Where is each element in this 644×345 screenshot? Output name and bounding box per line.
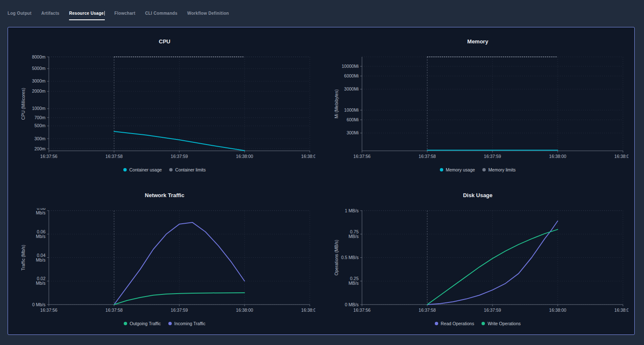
- svg-text:0.02Mb/s: 0.02Mb/s: [36, 276, 45, 286]
- svg-text:16:37:59: 16:37:59: [484, 154, 501, 159]
- y-axis-title: CPU (Millicores): [21, 88, 26, 120]
- svg-text:300Mi: 300Mi: [346, 130, 359, 135]
- svg-text:700m: 700m: [35, 115, 46, 120]
- svg-text:16:37:56: 16:37:56: [354, 154, 371, 159]
- legend-dot: [123, 168, 127, 171]
- svg-text:3000m: 3000m: [32, 78, 45, 83]
- svg-text:16:37:58: 16:37:58: [419, 154, 436, 159]
- y-axis-title: Mi (Mebibytes): [334, 89, 339, 118]
- legend-label: Container limits: [175, 167, 205, 172]
- legend-label: Read Operations: [441, 321, 474, 326]
- svg-text:500m: 500m: [35, 123, 46, 128]
- svg-text:0.06Mb/s: 0.06Mb/s: [36, 229, 45, 238]
- svg-text:16:38:06: 16:38:06: [301, 308, 315, 313]
- disk-usage-chart-panel: Disk Usage 1 MB/s0.75MB/s0.5 MB/s0.25MB/…: [321, 181, 634, 335]
- svg-text:16:37:56: 16:37:56: [354, 308, 371, 313]
- svg-text:16:38:06: 16:38:06: [615, 154, 628, 159]
- legend-label: Memory usage: [446, 167, 475, 172]
- network-traffic-chart-title: Network Traffic: [8, 191, 321, 199]
- disk-usage-chart-canvas[interactable]: 1 MB/s0.75MB/s0.5 MB/s0.25MB/s0 MB/s16:3…: [321, 208, 628, 316]
- disk-usage-chart-title: Disk Usage: [321, 191, 634, 199]
- memory-chart-title: Memory: [321, 37, 634, 45]
- cpu-chart-panel: CPU 8000m5000m3000m2000m1000m700m500m300…: [8, 27, 321, 181]
- svg-text:16:38:00: 16:38:00: [236, 154, 253, 159]
- legend-item-read-operations[interactable]: Read Operations: [435, 321, 474, 326]
- legend-item-outgoing-traffic[interactable]: Outgoing Traffic: [124, 321, 161, 326]
- tab-log-output[interactable]: Log Output: [8, 11, 32, 20]
- legend-label: Memory limits: [488, 167, 516, 172]
- legend-item-container-usage[interactable]: Container usage: [123, 167, 162, 172]
- legend-dot: [482, 168, 486, 171]
- svg-text:2000m: 2000m: [32, 88, 45, 94]
- legend-item-container-limits[interactable]: Container limits: [169, 167, 205, 172]
- cpu-chart-title: CPU: [8, 37, 321, 45]
- svg-text:0.25MB/s: 0.25MB/s: [349, 276, 359, 286]
- legend-dot: [124, 322, 127, 325]
- disk-usage-chart-legend: Read OperationsWrite Operations: [321, 320, 634, 327]
- svg-text:16:37:58: 16:37:58: [419, 308, 436, 313]
- svg-text:16:38:06: 16:38:06: [615, 308, 628, 313]
- legend-label: Container usage: [129, 167, 162, 172]
- svg-text:1 MB/s: 1 MB/s: [345, 208, 359, 213]
- svg-text:200m: 200m: [35, 146, 46, 151]
- svg-text:8000m: 8000m: [32, 54, 45, 59]
- svg-text:0.04Mb/s: 0.04Mb/s: [36, 252, 45, 262]
- svg-text:16:37:56: 16:37:56: [40, 308, 58, 313]
- legend-item-memory-limits[interactable]: Memory limits: [482, 167, 516, 172]
- svg-text:16:37:59: 16:37:59: [484, 308, 501, 313]
- legend-label: Write Operations: [487, 321, 521, 326]
- memory-chart-legend: Memory usageMemory limits: [321, 166, 634, 173]
- legend-item-memory-usage[interactable]: Memory usage: [440, 167, 475, 172]
- y-axis-title: Traffic (Mb/s): [21, 244, 26, 270]
- svg-text:16:37:58: 16:37:58: [106, 308, 123, 313]
- svg-text:16:38:00: 16:38:00: [549, 308, 567, 313]
- legend-label: Outgoing Traffic: [130, 321, 161, 326]
- network-traffic-chart-canvas[interactable]: 0.08Mb/s0.06Mb/s0.04Mb/s0.02Mb/s0 Mb/s16…: [8, 208, 315, 316]
- svg-text:5000m: 5000m: [32, 66, 45, 71]
- svg-text:16:37:58: 16:37:58: [106, 154, 123, 159]
- tab-bar: Log Output Artifacts Resource Usage Flow…: [0, 0, 644, 20]
- cpu-chart-canvas[interactable]: 8000m5000m3000m2000m1000m700m500m300m200…: [8, 54, 315, 162]
- svg-text:16:38:00: 16:38:00: [236, 308, 253, 313]
- text-cursor: [104, 11, 105, 16]
- svg-text:0.08Mb/s: 0.08Mb/s: [36, 208, 45, 215]
- resource-usage-page: Log Output Artifacts Resource Usage Flow…: [0, 0, 644, 345]
- tab-artifacts[interactable]: Artifacts: [41, 11, 59, 20]
- svg-text:16:38:06: 16:38:06: [301, 154, 315, 159]
- svg-text:0 MB/s: 0 MB/s: [345, 302, 359, 307]
- svg-text:0.75MB/s: 0.75MB/s: [349, 229, 359, 238]
- svg-text:0 Mb/s: 0 Mb/s: [32, 302, 45, 307]
- svg-text:16:37:56: 16:37:56: [40, 154, 58, 159]
- legend-item-incoming-traffic[interactable]: Incoming Traffic: [168, 321, 205, 326]
- legend-dot: [169, 168, 173, 171]
- legend-label: Incoming Traffic: [174, 321, 205, 326]
- tab-workflow-definition[interactable]: Workflow Definition: [187, 11, 229, 20]
- svg-text:16:38:00: 16:38:00: [549, 154, 567, 159]
- svg-text:3000Mi: 3000Mi: [344, 86, 359, 91]
- svg-text:16:37:59: 16:37:59: [171, 154, 188, 159]
- legend-dot: [482, 322, 485, 325]
- y-axis-title: Operations (MB/s): [334, 239, 339, 275]
- network-traffic-chart-legend: Outgoing TrafficIncoming Traffic: [8, 320, 321, 327]
- memory-chart-panel: Memory 10000Mi6000Mi3000Mi1000Mi600Mi300…: [321, 27, 634, 181]
- tab-resource-usage[interactable]: Resource Usage: [69, 11, 105, 20]
- svg-text:16:37:59: 16:37:59: [171, 308, 188, 313]
- cpu-chart-legend: Container usageContainer limits: [8, 166, 321, 173]
- svg-text:1000m: 1000m: [32, 106, 45, 111]
- svg-text:10000Mi: 10000Mi: [342, 64, 359, 69]
- svg-text:6000Mi: 6000Mi: [344, 73, 359, 78]
- legend-dot: [435, 322, 438, 325]
- tab-cli-commands[interactable]: CLI Commands: [145, 11, 178, 20]
- svg-text:1000Mi: 1000Mi: [344, 107, 359, 112]
- svg-text:600Mi: 600Mi: [346, 117, 359, 122]
- tab-resource-usage-label: Resource Usage: [69, 11, 104, 16]
- network-traffic-chart-panel: Network Traffic 0.08Mb/s0.06Mb/s0.04Mb/s…: [8, 181, 321, 335]
- svg-text:0.5 MB/s: 0.5 MB/s: [341, 255, 359, 260]
- resource-usage-card: CPU 8000m5000m3000m2000m1000m700m500m300…: [8, 27, 635, 335]
- tab-flowchart[interactable]: Flowchart: [114, 11, 136, 20]
- legend-item-write-operations[interactable]: Write Operations: [482, 321, 521, 326]
- svg-text:300m: 300m: [35, 136, 46, 141]
- legend-dot: [168, 322, 172, 325]
- memory-chart-canvas[interactable]: 10000Mi6000Mi3000Mi1000Mi600Mi300Mi16:37…: [321, 54, 628, 162]
- legend-dot: [440, 168, 443, 171]
